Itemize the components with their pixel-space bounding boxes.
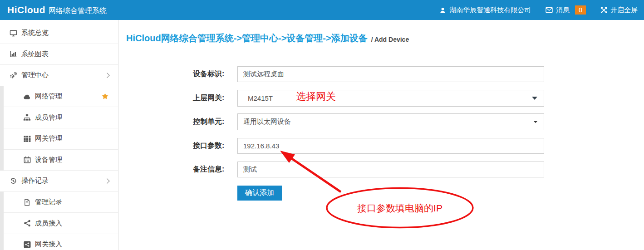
breadcrumb-suffix: / Add Device (371, 34, 409, 43)
form-row: 接口参数: (193, 138, 544, 154)
star-icon[interactable] (101, 93, 109, 100)
upper-gateway-select[interactable]: M2415T (237, 90, 544, 107)
sidebar-item-member-management[interactable]: 成员管理 (0, 107, 118, 128)
sidebar-item-management-records[interactable]: 管理记录 (0, 192, 118, 213)
sidebar-item-label: 系统总览 (21, 29, 49, 37)
control-unit-value: 通用以太网设备 (243, 118, 291, 126)
sidebar-item-label: 操作记录 (21, 176, 49, 185)
sidebar-item-gateway-management[interactable]: 网关管理 (0, 128, 118, 150)
sidebar-item-label: 设备管理 (35, 156, 62, 164)
confirm-add-button[interactable]: 确认添加 (237, 186, 282, 201)
fullscreen-label: 开启全屏 (610, 6, 638, 15)
gears-icon (9, 72, 18, 79)
sidebar-item-label: 成员管理 (35, 113, 62, 122)
topbar-actions: 湖南华辰智通科技有限公司 消息 0 开启全屏 (439, 5, 638, 15)
sitemap-icon (23, 114, 31, 121)
sidebar-item-device-management[interactable]: 设备管理 (0, 150, 118, 171)
sidebar-item-label: 网关管理 (35, 134, 62, 143)
sidebar-item-operation-records[interactable]: 操作记录 (0, 171, 118, 192)
sidebar-item-gateway-access[interactable]: 网关接入 (0, 234, 118, 250)
breadcrumb-path: HiCloud网络综合管理系统->管理中心->设备管理->添加设备 (126, 32, 368, 44)
device-id-input[interactable] (237, 66, 544, 82)
sidebar-item-label: 网络管理 (35, 92, 62, 101)
app-window: HiCloud 网络综合管理系统 湖南华辰智通科技有限公司 消息 0 (0, 0, 644, 250)
user-icon (439, 7, 446, 14)
upper-gateway-label: 上层网关: (193, 93, 230, 103)
history-icon (9, 177, 18, 185)
desktop-icon (9, 29, 18, 37)
share-icon (23, 220, 31, 227)
document-icon (23, 199, 31, 206)
topbar: HiCloud 网络综合管理系统 湖南华辰智通科技有限公司 消息 0 (0, 0, 644, 20)
form-row: 设备标识: (193, 66, 544, 82)
form-row: 上层网关: M2415T (193, 90, 544, 106)
cloud-icon (23, 93, 31, 100)
sidebar-item-network-management[interactable]: 网络管理 (0, 86, 118, 108)
envelope-icon (546, 7, 553, 13)
chevron-right-icon (104, 73, 109, 78)
caret-down-icon (534, 121, 537, 123)
sidebar-item-system-charts[interactable]: 系统图表 (0, 44, 118, 65)
messages-label: 消息 (556, 6, 570, 15)
expand-icon (600, 7, 607, 14)
sidebar-item-label: 成员接入 (35, 219, 62, 228)
control-unit-label: 控制单元: (193, 117, 230, 127)
account-menu[interactable]: 湖南华辰智通科技有限公司 (439, 6, 531, 15)
breadcrumb: HiCloud网络综合管理系统->管理中心->设备管理->添加设备 / Add … (118, 20, 644, 57)
sidebar-item-label: 系统图表 (21, 50, 49, 59)
chevron-right-icon (104, 178, 109, 183)
brand-name: HiCloud (7, 5, 45, 15)
interface-params-label: 接口参数: (193, 141, 230, 151)
sidebar-item-member-access[interactable]: 成员接入 (0, 213, 118, 234)
sidebar-item-label: 管理记录 (35, 198, 62, 206)
sidebar-item-label: 网关接入 (35, 240, 62, 249)
brand-subtitle: 网络综合管理系统 (49, 6, 107, 16)
sidebar-item-system-overview[interactable]: 系统总览 (0, 23, 118, 44)
calendar-icon (23, 156, 31, 163)
sidebar-item-management-center[interactable]: 管理中心 (0, 65, 118, 86)
control-unit-select[interactable]: 通用以太网设备 (237, 113, 544, 130)
remarks-input[interactable] (237, 162, 544, 177)
upper-gateway-value: M2415T (248, 94, 273, 102)
messages-count-badge: 0 (575, 5, 586, 15)
fullscreen-toggle[interactable]: 开启全屏 (600, 6, 638, 15)
device-id-label: 设备标识: (193, 69, 230, 79)
caret-down-icon (532, 97, 537, 100)
main-content: HiCloud网络综合管理系统->管理中心->设备管理->添加设备 / Add … (118, 20, 644, 250)
grid-icon (23, 135, 31, 142)
messages-menu[interactable]: 消息 0 (546, 5, 586, 15)
sidebar: 系统总览 系统图表 管理中心 网络管理 (0, 20, 118, 250)
company-name: 湖南华辰智通科技有限公司 (449, 6, 531, 15)
share-square-icon (23, 241, 31, 248)
form-row: 控制单元: 通用以太网设备 (193, 114, 544, 130)
add-device-form: 设备标识: 上层网关: M2415T 控制单元: 通用以太网设备 接口参数: (193, 66, 544, 201)
select-gateway-annotation: 选择网关 (296, 90, 336, 103)
form-row: 备注信息: (193, 162, 544, 177)
bar-chart-icon (9, 50, 18, 58)
sidebar-item-label: 管理中心 (21, 71, 49, 79)
interface-params-input[interactable] (237, 138, 544, 154)
interface-ip-annotation: 接口参数填电脑的IP (327, 202, 472, 215)
remarks-label: 备注信息: (193, 165, 230, 174)
app-logo[interactable]: HiCloud 网络综合管理系统 (7, 5, 107, 16)
